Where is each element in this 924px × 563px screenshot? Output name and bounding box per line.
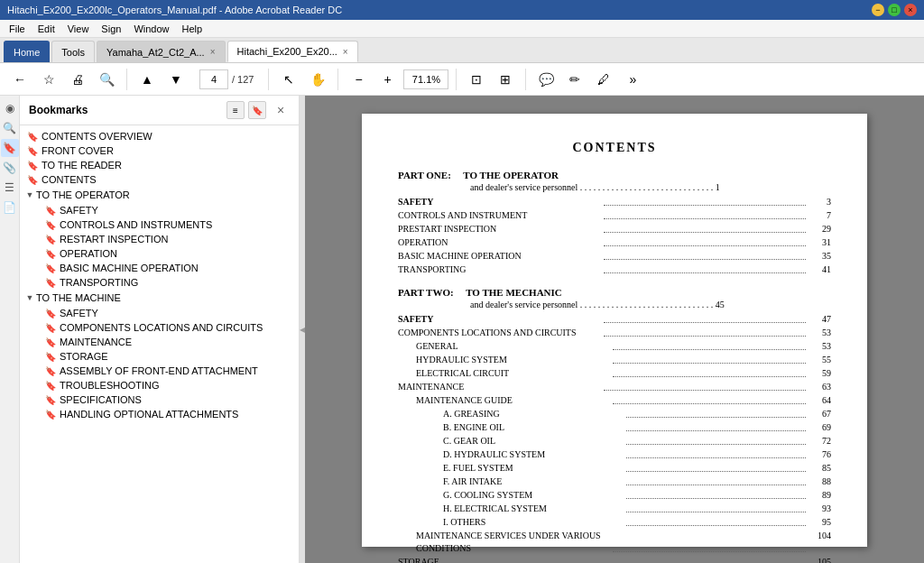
bookmark-label-restart: RESTART INSPECTION — [60, 234, 168, 245]
toc-page-safety-2: 47 — [809, 313, 831, 326]
close-button[interactable]: × — [904, 4, 917, 16]
toc-entry-hydraulic: HYDRAULIC SYSTEM 55 — [398, 354, 831, 366]
menu-bar: File Edit View Sign Window Help — [0, 20, 924, 38]
tab-home[interactable]: Home — [4, 41, 50, 62]
toc-label-prestart: PRESTART INSPECTION — [398, 223, 600, 235]
toc-entry-others: I. OTHERS 95 — [398, 516, 831, 529]
zoom-out-btn[interactable]: − — [346, 67, 371, 92]
toc-page-air-intake: 88 — [809, 475, 831, 488]
comment-btn[interactable]: 💬 — [533, 67, 559, 92]
toc-dots-controls — [604, 209, 806, 219]
panel-pages-btn[interactable]: 📄 — [1, 198, 19, 217]
panel-attach-btn[interactable]: 📎 — [1, 159, 19, 177]
toc-page-maintenance-guide: 64 — [809, 394, 831, 407]
part-one-label: PART ONE: TO THE OPERATOR — [398, 170, 559, 180]
bookmark-item-components[interactable]: 🔖 COMPONENTS LOCATIONS AND CIRCUITS — [20, 320, 299, 335]
tab-hitachi-label: Hitachi_Ex200_Ex20... — [237, 46, 337, 57]
bookmark-label-components: COMPONENTS LOCATIONS AND CIRCUITS — [60, 322, 263, 333]
bookmark-item-storage[interactable]: 🔖 STORAGE — [20, 349, 299, 364]
toc-page-operation: 31 — [809, 236, 831, 249]
tab-hitachi-close[interactable]: × — [343, 47, 348, 57]
window-title: Hitachi_Ex200_Ex200lc_Operators_Manual.p… — [7, 5, 872, 15]
bookmark-item-contents-overview[interactable]: 🔖 CONTENTS OVERVIEW — [20, 129, 299, 143]
find-btn[interactable]: 🔍 — [94, 67, 119, 92]
hand-tool-btn[interactable]: ✋ — [305, 67, 330, 92]
bookmark-icon-13: 🔖 — [45, 337, 56, 347]
pdf-viewer[interactable]: CONTENTS PART ONE: TO THE OPERATOR and d… — [305, 96, 924, 563]
panel-layers-btn[interactable]: ☰ — [1, 179, 19, 197]
toc-label-safety-2: SAFETY — [398, 313, 600, 326]
bookmark-item-safety-2[interactable]: 🔖 SAFETY — [20, 306, 299, 320]
separator-5 — [525, 69, 526, 90]
bookmark-item-to-operator[interactable]: ▼ TO THE OPERATOR — [20, 187, 299, 203]
tab-hitachi[interactable]: Hitachi_Ex200_Ex20... × — [227, 41, 358, 62]
bookmark-item-handling[interactable]: 🔖 HANDLING OPTIONAL ATTACHMENTS — [20, 407, 299, 421]
print-btn[interactable]: 🖨 — [65, 67, 90, 92]
toc-dots-maintenance-services — [613, 530, 806, 552]
bookmark-icon-5: 🔖 — [45, 206, 56, 216]
toc-dots-engine-oil — [626, 421, 806, 431]
bookmark-item-maintenance[interactable]: 🔖 MAINTENANCE — [20, 335, 299, 349]
next-page-btn[interactable]: ▼ — [163, 67, 189, 92]
bookmark-item-to-reader[interactable]: 🔖 TO THE READER — [20, 158, 299, 172]
bookmark-item-transporting[interactable]: 🔖 TRANSPORTING — [20, 275, 299, 290]
bookmark-item-assembly[interactable]: 🔖 ASSEMBLY OF FRONT-END ATTACHMENT — [20, 364, 299, 378]
bookmark-item-operation[interactable]: 🔖 OPERATION — [20, 246, 299, 261]
prev-page-btn[interactable]: ▲ — [134, 67, 160, 92]
bookmark-item-specifications[interactable]: 🔖 SPECIFICATIONS — [20, 392, 299, 407]
bookmark-item-troubleshooting[interactable]: 🔖 TROUBLESHOOTING — [20, 378, 299, 392]
panel-search-btn[interactable]: 🔍 — [1, 119, 19, 137]
menu-file[interactable]: File — [4, 22, 31, 36]
bookmark-item-restart[interactable]: 🔖 RESTART INSPECTION — [20, 232, 299, 246]
fit-width-btn[interactable]: ⊞ — [493, 67, 518, 92]
toc-page-greasing: 67 — [809, 408, 831, 420]
toc-entry-engine-oil: B. ENGINE OIL 69 — [398, 421, 831, 434]
back-btn[interactable]: ← — [7, 67, 32, 92]
menu-sign[interactable]: Sign — [96, 22, 126, 36]
toc-dots-electrical-sys — [626, 503, 806, 512]
more-tools-btn[interactable]: » — [620, 67, 645, 92]
collapse-btn-operator[interactable]: ▼ — [23, 189, 36, 201]
toc-dots-general — [613, 340, 806, 350]
collapse-btn-machine[interactable]: ▼ — [23, 291, 36, 304]
menu-window[interactable]: Window — [128, 22, 174, 36]
tab-yamaha[interactable]: Yamaha_At2_Ct2_A... × — [97, 41, 226, 62]
tab-tools[interactable]: Tools — [51, 41, 95, 62]
zoom-in-btn[interactable]: + — [374, 67, 400, 92]
cursor-tool-btn[interactable]: ↖ — [276, 67, 301, 92]
bookmark-label-to-reader: TO THE READER — [42, 160, 122, 171]
bookmark-item-contents[interactable]: 🔖 CONTENTS — [20, 172, 299, 187]
expand-all-btn[interactable]: ≡ — [226, 101, 245, 119]
bookmark-item-to-machine[interactable]: ▼ TO THE MACHINE — [20, 290, 299, 306]
toc-entry-safety-2: SAFETY 47 — [398, 313, 831, 326]
bookmark-label-assembly: ASSEMBLY OF FRONT-END ATTACHMENT — [60, 365, 258, 376]
menu-view[interactable]: View — [62, 22, 95, 36]
bookmark-item-basic-machine[interactable]: 🔖 BASIC MACHINE OPERATION — [20, 261, 299, 275]
bookmark-options-btn[interactable]: 🔖 — [248, 101, 266, 119]
current-page-input[interactable] — [199, 69, 228, 89]
bookmark-item-controls[interactable]: 🔖 CONTROLS AND INSTRUMENTS — [20, 217, 299, 232]
menu-help[interactable]: Help — [177, 22, 208, 36]
draw-btn[interactable]: ✏ — [562, 67, 587, 92]
toc-dots-operation — [604, 236, 806, 246]
tab-yamaha-close[interactable]: × — [210, 47, 216, 57]
toolbar: ← ☆ 🖨 🔍 ▲ ▼ / 127 ↖ ✋ − + ⊡ ⊞ 💬 ✏ 🖊 » — [0, 63, 924, 96]
toc-page-maintenance-services: 104 — [809, 530, 831, 555]
highlight-btn[interactable]: 🖊 — [591, 67, 616, 92]
panel-bookmark-btn[interactable]: 🔖 — [1, 139, 19, 157]
zoom-input[interactable] — [403, 69, 448, 89]
bookmark-item-safety-1[interactable]: 🔖 SAFETY — [20, 203, 299, 217]
bookmark-item-front-cover[interactable]: 🔖 FRONT COVER — [20, 143, 299, 158]
maximize-button[interactable]: □ — [888, 4, 901, 16]
sidebar-close-btn[interactable]: × — [272, 101, 290, 119]
toc-page-cooling: 89 — [809, 489, 831, 502]
bookmark-btn[interactable]: ☆ — [36, 67, 61, 92]
panel-nav-btn[interactable]: ◉ — [1, 99, 19, 117]
pdf-page: CONTENTS PART ONE: TO THE OPERATOR and d… — [362, 114, 867, 547]
menu-edit[interactable]: Edit — [32, 22, 60, 36]
toc-label-general: GENERAL — [416, 340, 609, 353]
toc-label-components: COMPONENTS LOCATIONS AND CIRCUITS — [398, 327, 600, 339]
minimize-button[interactable]: − — [872, 4, 884, 16]
fit-page-btn[interactable]: ⊡ — [464, 67, 489, 92]
bookmark-label-transporting: TRANSPORTING — [60, 277, 138, 288]
